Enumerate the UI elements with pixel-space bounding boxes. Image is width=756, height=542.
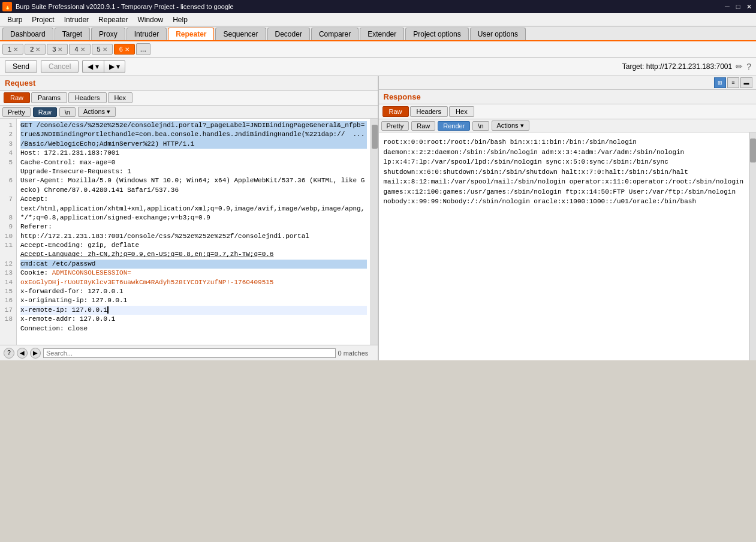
response-pretty-tab[interactable]: Pretty bbox=[381, 121, 409, 131]
request-line-numbers: 123456789101112131415161718 bbox=[0, 119, 17, 345]
rep-tab-4-close[interactable]: ✕ bbox=[80, 46, 85, 53]
rep-tab-5-close[interactable]: ✕ bbox=[103, 46, 107, 53]
nav-fwd-icon[interactable]: ▶ bbox=[30, 348, 41, 359]
rep-tab-3[interactable]: 3✕ bbox=[47, 44, 68, 55]
rep-tab-5[interactable]: 5✕ bbox=[92, 44, 113, 55]
menu-bar: Burp Project Intruder Repeater Window He… bbox=[0, 13, 756, 26]
help-target-icon[interactable]: ? bbox=[746, 62, 751, 71]
cancel-button[interactable]: Cancel bbox=[41, 60, 79, 73]
tab-proxy[interactable]: Proxy bbox=[91, 28, 125, 40]
response-raw-tab[interactable]: Raw bbox=[411, 121, 435, 131]
menu-item-intruder[interactable]: Intruder bbox=[59, 13, 94, 26]
rep-tab-1-close[interactable]: ✕ bbox=[13, 46, 18, 53]
menu-item-burp[interactable]: Burp bbox=[2, 13, 27, 26]
nav-group: ◀ ▾ ▶ ▾ bbox=[82, 60, 125, 73]
tab-target[interactable]: Target bbox=[55, 28, 90, 40]
send-button[interactable]: Send bbox=[5, 60, 37, 73]
main-content: Request Raw Params Headers Hex Pretty Ra… bbox=[0, 76, 756, 360]
tab-project-options[interactable]: Project options bbox=[405, 28, 468, 40]
request-code-editor[interactable]: 123456789101112131415161718 GET /console… bbox=[0, 119, 371, 345]
request-editor-area: 123456789101112131415161718 GET /console… bbox=[0, 119, 378, 345]
menu-item-window[interactable]: Window bbox=[132, 13, 168, 26]
request-scrollbar-thumb[interactable] bbox=[372, 125, 378, 149]
resp-view-horizontal[interactable]: ≡ bbox=[727, 77, 739, 88]
tab-user-options[interactable]: User options bbox=[470, 28, 526, 40]
rep-tab-3-close[interactable]: ✕ bbox=[58, 46, 62, 53]
response-content[interactable]: root:x:0:0:root:/root:/bin/bash bin:x:1:… bbox=[379, 133, 749, 360]
response-pane: ⊞ ≡ ▬ Response Raw Headers Hex Pretty Ra… bbox=[379, 76, 757, 360]
response-scrollbar-thumb[interactable] bbox=[750, 138, 756, 162]
request-editor-toolbar: Pretty Raw \n Actions ▾ bbox=[0, 106, 378, 119]
title-bar-controls[interactable]: ─ □ ✕ bbox=[722, 2, 754, 11]
rep-tab-4[interactable]: 4✕ bbox=[69, 44, 90, 55]
response-scrollbar[interactable] bbox=[749, 133, 756, 360]
response-editor-area: root:x:0:0:root:/root:/bin/bash bin:x:1:… bbox=[379, 133, 757, 360]
rep-tab-2-label: 2 bbox=[30, 46, 34, 53]
request-tab-raw[interactable]: Raw bbox=[4, 92, 30, 103]
rep-tab-5-label: 5 bbox=[97, 46, 101, 53]
request-ln-tab[interactable]: \n bbox=[59, 107, 76, 117]
rep-tab-1[interactable]: 1✕ bbox=[2, 44, 23, 55]
rep-tab-more[interactable]: ... bbox=[136, 43, 150, 55]
nav-prev-button[interactable]: ◀ ▾ bbox=[82, 60, 103, 73]
request-tab-hex[interactable]: Hex bbox=[108, 92, 133, 103]
request-code-text[interactable]: GET /console/css/%252e%252e/consolejndi.… bbox=[17, 119, 371, 345]
help-icon[interactable]: ? bbox=[4, 348, 14, 359]
rep-tab-2[interactable]: 2✕ bbox=[25, 44, 46, 55]
main-tabs: Dashboard Target Proxy Intruder Repeater… bbox=[0, 26, 756, 41]
response-render-tab[interactable]: Render bbox=[438, 121, 470, 131]
response-tab-hex[interactable]: Hex bbox=[449, 106, 474, 117]
request-header: Request bbox=[0, 76, 378, 91]
request-code-content: 123456789101112131415161718 GET /console… bbox=[0, 119, 371, 345]
tab-intruder[interactable]: Intruder bbox=[126, 28, 167, 40]
response-actions-btn[interactable]: Actions ▾ bbox=[492, 121, 529, 131]
search-input[interactable] bbox=[43, 348, 336, 358]
request-pane: Request Raw Params Headers Hex Pretty Ra… bbox=[0, 76, 379, 360]
rep-tab-3-label: 3 bbox=[52, 46, 56, 53]
tab-sequencer[interactable]: Sequencer bbox=[215, 28, 266, 40]
rep-tab-6-close[interactable]: ✕ bbox=[125, 46, 129, 53]
nav-back-icon[interactable]: ◀ bbox=[17, 348, 28, 359]
response-ln-tab[interactable]: \n bbox=[472, 121, 489, 131]
tab-extender[interactable]: Extender bbox=[360, 28, 404, 40]
rep-tab-1-label: 1 bbox=[8, 46, 11, 53]
title-bar: 🔥 Burp Suite Professional v2020.9.1 - Te… bbox=[0, 0, 756, 13]
response-editor-toolbar: Pretty Raw Render \n Actions ▾ bbox=[379, 119, 757, 133]
response-header: Response bbox=[379, 90, 757, 104]
response-sub-tabs: Raw Headers Hex bbox=[379, 104, 757, 119]
request-tab-headers[interactable]: Headers bbox=[68, 92, 107, 103]
resp-view-split[interactable]: ⊞ bbox=[714, 77, 726, 88]
title-bar-text: Burp Suite Professional v2020.9.1 - Temp… bbox=[16, 3, 234, 10]
rep-tab-6-label: 6 bbox=[119, 46, 123, 53]
request-sub-tabs: Raw Params Headers Hex bbox=[0, 91, 378, 106]
menu-item-repeater[interactable]: Repeater bbox=[94, 13, 132, 26]
menu-item-project[interactable]: Project bbox=[27, 13, 59, 26]
request-actions-btn[interactable]: Actions ▾ bbox=[78, 107, 116, 117]
tab-dashboard[interactable]: Dashboard bbox=[2, 28, 53, 40]
tab-repeater[interactable]: Repeater bbox=[168, 28, 214, 40]
resp-view-icons: ⊞ ≡ ▬ bbox=[714, 77, 752, 88]
repeater-tabs: 1✕ 2✕ 3✕ 4✕ 5✕ 6✕ ... bbox=[0, 41, 756, 58]
rep-tab-6[interactable]: 6✕ bbox=[114, 44, 135, 55]
search-matches: 0 matches bbox=[338, 350, 374, 357]
minimize-button[interactable]: ─ bbox=[722, 2, 732, 11]
tab-comparer[interactable]: Comparer bbox=[311, 28, 359, 40]
resp-view-vertical[interactable]: ▬ bbox=[740, 77, 752, 88]
close-button[interactable]: ✕ bbox=[744, 2, 754, 11]
request-pretty-tab[interactable]: Pretty bbox=[2, 107, 31, 117]
rep-tab-4-label: 4 bbox=[74, 46, 78, 53]
rep-tab-2-close[interactable]: ✕ bbox=[35, 46, 40, 53]
title-bar-left: 🔥 Burp Suite Professional v2020.9.1 - Te… bbox=[2, 2, 234, 11]
edit-target-icon[interactable]: ✏ bbox=[736, 62, 743, 71]
response-tab-raw[interactable]: Raw bbox=[382, 106, 409, 117]
maximize-button[interactable]: □ bbox=[733, 2, 743, 11]
target-label: Target: http://172.21.231.183:7001 bbox=[622, 62, 732, 71]
menu-item-help[interactable]: Help bbox=[168, 13, 192, 26]
request-raw-tab[interactable]: Raw bbox=[33, 107, 57, 117]
request-scrollbar[interactable] bbox=[371, 119, 378, 345]
request-tab-params[interactable]: Params bbox=[31, 92, 67, 103]
response-tab-headers[interactable]: Headers bbox=[410, 106, 448, 117]
tab-decoder[interactable]: Decoder bbox=[267, 28, 310, 40]
toolbar: Send Cancel ◀ ▾ ▶ ▾ Target: http://172.2… bbox=[0, 58, 756, 76]
nav-next-button[interactable]: ▶ ▾ bbox=[104, 60, 125, 73]
